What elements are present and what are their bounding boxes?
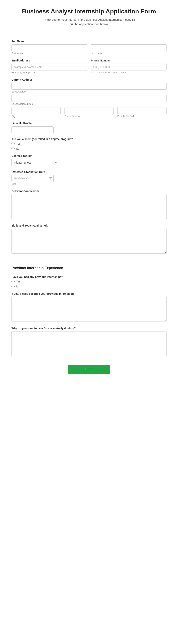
section-divider bbox=[12, 260, 166, 260]
prev-internship-group: Have you had any previous internships? Y… bbox=[12, 275, 166, 288]
street2-hint: Street Address Line 2 bbox=[12, 103, 166, 105]
state-hint: State / Province bbox=[64, 115, 114, 118]
prev-yes-label: Yes bbox=[16, 280, 20, 283]
degree-yes-radio[interactable] bbox=[12, 142, 14, 145]
describe-internship-group: If yes, please describe your previous in… bbox=[12, 292, 166, 322]
calendar-icon: 📅 bbox=[49, 177, 52, 180]
degree-program-select[interactable]: Please Select Bachelor's in Business Adm… bbox=[12, 159, 58, 166]
full-name-group: Full Name First Name Last Name bbox=[12, 40, 166, 55]
address-label: Current Address bbox=[12, 78, 166, 81]
last-name-hint: Last Name bbox=[91, 52, 166, 55]
why-ba-textarea[interactable] bbox=[12, 331, 166, 356]
first-name-hint: First Name bbox=[12, 52, 87, 55]
email-label: Email Address bbox=[12, 59, 87, 62]
page-header: Business Analyst Internship Application … bbox=[0, 0, 178, 32]
degree-enrolled-label: Are you currently enrolled in a degree p… bbox=[12, 138, 166, 140]
zip-input[interactable] bbox=[117, 107, 166, 114]
graduation-date-label: Expected Graduation Date bbox=[12, 170, 166, 174]
degree-no-option[interactable]: No bbox=[12, 147, 166, 150]
linkedin-input[interactable] bbox=[12, 126, 54, 133]
page-subtitle: Thank you for your interest in the Busin… bbox=[41, 18, 137, 26]
last-name-input[interactable] bbox=[91, 44, 166, 51]
degree-yes-label: Yes bbox=[16, 142, 20, 145]
degree-program-group: Degree Program Please Select Bachelor's … bbox=[12, 154, 166, 166]
skills-textarea[interactable] bbox=[12, 229, 166, 254]
skills-group: Skills and Tools Familiar With bbox=[12, 224, 166, 254]
prev-internship-label: Have you had any previous internships? bbox=[12, 275, 166, 278]
coursework-textarea[interactable] bbox=[12, 194, 166, 219]
why-ba-group: Why do you want to be a Business Analyst… bbox=[12, 327, 166, 357]
describe-internship-textarea[interactable] bbox=[12, 297, 166, 322]
prev-no-option[interactable]: No bbox=[12, 285, 166, 288]
linkedin-label: LinkedIn Profile bbox=[12, 122, 166, 125]
degree-yes-option[interactable]: Yes bbox=[12, 142, 166, 145]
prev-experience-section: Previous Internship Experience Have you … bbox=[12, 266, 166, 357]
prev-no-label: No bbox=[16, 285, 20, 288]
linkedin-group: LinkedIn Profile bbox=[12, 122, 166, 133]
street-address-input[interactable] bbox=[12, 83, 166, 90]
phone-input[interactable] bbox=[91, 64, 166, 70]
graduation-date-input[interactable] bbox=[12, 175, 54, 182]
zip-hint: Postal / Zip Code bbox=[117, 115, 166, 118]
coursework-group: Relevant Coursework bbox=[12, 190, 166, 220]
city-hint: City bbox=[12, 115, 61, 118]
coursework-label: Relevant Coursework bbox=[12, 190, 166, 193]
degree-no-radio[interactable] bbox=[12, 147, 14, 150]
prev-yes-radio[interactable] bbox=[12, 280, 14, 283]
skills-label: Skills and Tools Familiar With bbox=[12, 224, 166, 227]
graduation-date-group: Expected Graduation Date 📅 Date bbox=[12, 170, 166, 185]
why-ba-label: Why do you want to be a Business Analyst… bbox=[12, 327, 166, 330]
degree-no-label: No bbox=[16, 147, 20, 150]
city-input[interactable] bbox=[12, 107, 61, 114]
street-hint: Street Address bbox=[12, 90, 166, 93]
graduation-date-hint: Date bbox=[12, 183, 166, 185]
street2-address-input[interactable] bbox=[12, 95, 166, 102]
first-name-input[interactable] bbox=[12, 44, 87, 51]
degree-enrolled-group: Are you currently enrolled in a degree p… bbox=[12, 138, 166, 150]
submit-button[interactable]: Submit bbox=[68, 364, 110, 374]
prev-experience-title: Previous Internship Experience bbox=[12, 266, 166, 272]
state-input[interactable] bbox=[64, 107, 114, 114]
email-hint: example@example.com bbox=[12, 71, 87, 74]
full-name-label: Full Name bbox=[12, 40, 166, 43]
prev-yes-option[interactable]: Yes bbox=[12, 280, 166, 283]
phone-hint: Please enter a valid phone number. bbox=[91, 71, 166, 74]
prev-no-radio[interactable] bbox=[12, 285, 14, 288]
submit-area: Submit bbox=[12, 364, 166, 382]
page-title: Business Analyst Internship Application … bbox=[12, 8, 166, 15]
degree-program-label: Degree Program bbox=[12, 154, 166, 158]
describe-internship-label: If yes, please describe your previous in… bbox=[12, 292, 166, 295]
email-input[interactable] bbox=[12, 64, 87, 70]
phone-label: Phone Number bbox=[91, 59, 166, 62]
address-group: Current Address Street Address Street Ad… bbox=[12, 78, 166, 118]
